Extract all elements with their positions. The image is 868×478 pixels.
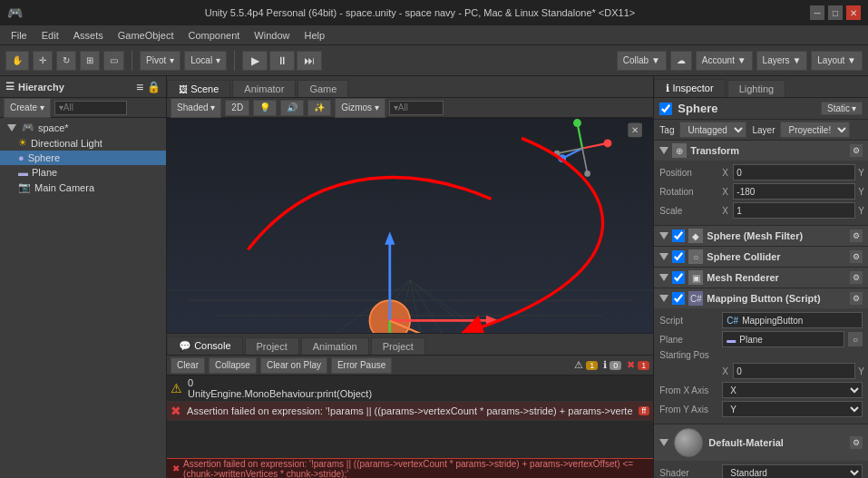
object-enabled-checkbox[interactable] bbox=[659, 102, 672, 115]
svg-point-31 bbox=[584, 171, 590, 177]
start-x-label: X bbox=[722, 366, 731, 376]
mapping-button-header[interactable]: C# Mapping Button (Script) ⚙ bbox=[654, 288, 868, 308]
console-row-warn[interactable]: ⚠ 0 UnityEngine.MonoBehaviour:print(Obje… bbox=[167, 376, 653, 402]
transform-header[interactable]: ⊕ Transform ⚙ bbox=[654, 141, 868, 161]
rect-tool-button[interactable]: ▭ bbox=[103, 51, 124, 71]
hierarchy-create-button[interactable]: Create ▾ bbox=[4, 98, 51, 118]
menu-component[interactable]: Component bbox=[180, 28, 247, 43]
material-settings-icon[interactable]: ⚙ bbox=[850, 436, 863, 449]
collider-enabled[interactable] bbox=[672, 250, 685, 263]
layout-dropdown[interactable]: Layout ▼ bbox=[811, 51, 863, 71]
scene-viewport[interactable]: ✕ ← Persp bbox=[167, 118, 653, 333]
tab-inspector[interactable]: ℹ Inspector bbox=[654, 79, 725, 97]
hand-tool-button[interactable]: ✋ bbox=[5, 51, 29, 71]
layers-dropdown[interactable]: Layers ▼ bbox=[756, 51, 808, 71]
2d-button[interactable]: 2D bbox=[225, 100, 249, 116]
clear-on-play-button[interactable]: Clear on Play bbox=[260, 357, 327, 374]
mesh-filter-enabled[interactable] bbox=[672, 229, 685, 242]
shading-dropdown[interactable]: Shaded ▾ bbox=[171, 98, 221, 118]
scale-tool-button[interactable]: ⊞ bbox=[80, 51, 100, 71]
console-row-error[interactable]: ✖ Assertion failed on expression: '!para… bbox=[167, 402, 653, 421]
starting-pos-label: Starting Pos bbox=[659, 350, 718, 360]
move-tool-button[interactable]: ✛ bbox=[33, 51, 53, 71]
close-button[interactable]: ✕ bbox=[846, 5, 861, 20]
pause-button[interactable]: ⏸ bbox=[269, 51, 295, 71]
step-button[interactable]: ⏭ bbox=[297, 51, 322, 71]
tab-console[interactable]: 💬 Console bbox=[167, 337, 242, 355]
hierarchy-search-input[interactable] bbox=[54, 101, 127, 115]
err-count: ✖ 1 bbox=[627, 359, 649, 371]
play-button[interactable]: ▶ bbox=[242, 51, 268, 71]
start-x-input[interactable] bbox=[733, 363, 855, 379]
transform-settings-icon[interactable]: ⚙ bbox=[850, 144, 863, 157]
sphere-collider-header[interactable]: ○ Sphere Collider ⚙ bbox=[654, 247, 868, 267]
position-x-input[interactable] bbox=[733, 164, 855, 180]
tab-project-2[interactable]: Project bbox=[371, 337, 425, 355]
object-header: Sphere Static ▾ bbox=[654, 98, 868, 120]
plane-select-icon[interactable]: ○ bbox=[848, 332, 863, 346]
rotate-tool-button[interactable]: ↻ bbox=[56, 51, 76, 71]
hierarchy-item-sphere[interactable]: ● Sphere bbox=[0, 151, 166, 165]
mesh-renderer-header[interactable]: ▣ Mesh Renderer ⚙ bbox=[654, 268, 868, 288]
plane-value[interactable]: ▬ Plane bbox=[722, 331, 844, 347]
info-count: ℹ 0 bbox=[603, 359, 621, 371]
scene-search-input[interactable] bbox=[389, 101, 444, 115]
rx-label: X bbox=[722, 187, 731, 197]
hierarchy-item-space[interactable]: 🎮 space* bbox=[0, 120, 166, 135]
menu-bar: File Edit Assets GameObject Component Wi… bbox=[0, 25, 868, 45]
script-value[interactable]: C# MappingButton bbox=[722, 312, 863, 328]
error-pause-button[interactable]: Error Pause bbox=[331, 357, 392, 374]
menu-help[interactable]: Help bbox=[297, 28, 332, 43]
menu-edit[interactable]: Edit bbox=[34, 28, 66, 43]
minimize-button[interactable]: ─ bbox=[810, 5, 824, 20]
menu-file[interactable]: File bbox=[4, 28, 34, 43]
tab-game[interactable]: Game bbox=[297, 80, 348, 97]
mapping-button-component: C# Mapping Button (Script) ⚙ Script C# M… bbox=[654, 288, 868, 424]
mapping-settings-icon[interactable]: ⚙ bbox=[850, 292, 863, 305]
tab-animation[interactable]: Animation bbox=[301, 337, 369, 355]
collider-settings-icon[interactable]: ⚙ bbox=[850, 250, 863, 263]
mesh-filter-settings-icon[interactable]: ⚙ bbox=[850, 229, 863, 242]
pivot-dropdown[interactable]: Pivot ▾ bbox=[140, 51, 180, 71]
light-button[interactable]: 💡 bbox=[253, 100, 277, 116]
tab-project[interactable]: Project bbox=[245, 337, 299, 355]
error-icon: ✖ bbox=[171, 404, 181, 418]
hierarchy-item-main-camera[interactable]: 📷 Main Camera bbox=[0, 180, 166, 195]
tab-scene[interactable]: 🖼 Scene bbox=[167, 80, 230, 97]
hierarchy-content: 🎮 space* ☀ Directional Light ● Sphere ▬ … bbox=[0, 118, 166, 478]
gizmos-dropdown[interactable]: Gizmos ▾ bbox=[335, 98, 385, 118]
sound-button[interactable]: 🔊 bbox=[280, 100, 304, 116]
layer-select[interactable]: Proyectile! bbox=[780, 122, 850, 138]
rotation-x-input[interactable] bbox=[733, 183, 855, 200]
mapping-title: Mapping Button (Script) bbox=[707, 293, 846, 304]
hierarchy-options-icon[interactable]: ≡ bbox=[136, 80, 143, 94]
shader-select[interactable]: Standard bbox=[722, 464, 863, 478]
account-dropdown[interactable]: Account ▼ bbox=[696, 51, 753, 71]
tab-animator[interactable]: Animator bbox=[232, 80, 296, 97]
plane-label: Plane bbox=[659, 335, 718, 345]
tag-select[interactable]: Untagged bbox=[679, 122, 746, 138]
clear-button[interactable]: Clear bbox=[171, 357, 205, 374]
static-dropdown[interactable]: Static ▾ bbox=[821, 102, 863, 115]
local-dropdown[interactable]: Local ▾ bbox=[184, 51, 227, 71]
menu-assets[interactable]: Assets bbox=[66, 28, 111, 43]
renderer-settings-icon[interactable]: ⚙ bbox=[850, 271, 863, 284]
maximize-button[interactable]: □ bbox=[828, 5, 843, 20]
hierarchy-item-plane[interactable]: ▬ Plane bbox=[0, 165, 166, 180]
collapse-button[interactable]: Collapse bbox=[209, 357, 257, 374]
hierarchy-item-directional-light[interactable]: ☀ Directional Light bbox=[0, 135, 166, 151]
menu-gameobject[interactable]: GameObject bbox=[111, 28, 181, 43]
lock-icon[interactable]: 🔒 bbox=[147, 81, 161, 93]
menu-window[interactable]: Window bbox=[247, 28, 297, 43]
mapping-enabled[interactable] bbox=[672, 292, 685, 305]
notification-counts: ⚠ 1 ℹ 0 ✖ 1 bbox=[574, 359, 649, 371]
sphere-mesh-filter-header[interactable]: ◆ Sphere (Mesh Filter) ⚙ bbox=[654, 226, 868, 246]
cloud-button[interactable]: ☁ bbox=[670, 51, 692, 71]
from-y-select[interactable]: YXZ bbox=[722, 401, 863, 417]
scale-x-input[interactable] bbox=[733, 202, 855, 219]
tab-lighting[interactable]: Lighting bbox=[727, 80, 786, 97]
effect-button[interactable]: ✨ bbox=[307, 100, 331, 116]
collab-dropdown[interactable]: Collab ▼ bbox=[617, 51, 667, 71]
renderer-enabled[interactable] bbox=[672, 271, 685, 284]
from-x-select[interactable]: XYZ bbox=[722, 382, 863, 398]
